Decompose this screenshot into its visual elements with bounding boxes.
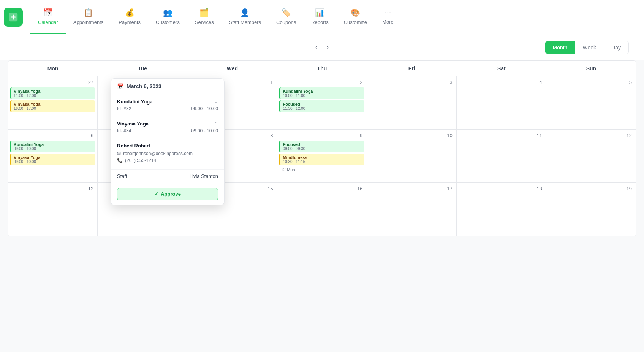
- day-header-tue: Tue: [98, 61, 187, 76]
- cell-date: 6: [10, 132, 95, 139]
- cell-date: 12: [549, 132, 633, 139]
- day-header-sun: Sun: [546, 61, 636, 76]
- nav-label-staff: Staff Members: [229, 19, 261, 25]
- event-name: Vinyasa Yoga: [14, 102, 93, 106]
- event-name: Kundalini Yoga: [283, 89, 362, 94]
- day-header-fri: Fri: [367, 61, 457, 76]
- calendar-cell[interactable]: 16: [277, 183, 367, 236]
- event-time: 11:00 - 12:00: [14, 94, 93, 98]
- nav-label-appointments: Appointments: [73, 19, 104, 25]
- reports-icon: 📊: [315, 8, 324, 17]
- calendar-event[interactable]: Vinyasa Yoga 09:00 - 10:00: [10, 154, 95, 165]
- calendar-cell[interactable]: 13: [8, 183, 98, 236]
- cell-date: 18: [459, 185, 544, 192]
- popup-scroll-area[interactable]: Kundalini Yoga ⌄ Id- #32 09:00 - 10:00 V…: [111, 94, 224, 205]
- nav-item-coupons[interactable]: 🏷️ Coupons: [269, 0, 304, 34]
- calendar-event[interactable]: Vinyasa Yoga 16:00 - 17:00: [10, 100, 95, 112]
- view-btn-week[interactable]: Week: [575, 41, 604, 54]
- day-header-wed: Wed: [187, 61, 277, 76]
- logo-icon: [8, 11, 19, 23]
- event-name: Kundalini Yoga: [14, 142, 93, 147]
- calendar-event[interactable]: Focused 09:00 - 09:30: [279, 141, 364, 152]
- calendar-cell[interactable]: 18: [457, 183, 546, 236]
- cell-date: 10: [369, 132, 454, 139]
- cell-date: 9: [279, 132, 364, 139]
- app-logo[interactable]: [4, 8, 23, 27]
- calendar-cell[interactable]: 19: [546, 183, 636, 236]
- view-switcher: MonthWeekDay: [545, 41, 629, 54]
- nav-item-services[interactable]: 🗂️ Services: [187, 0, 222, 34]
- calendar-cell[interactable]: 10: [367, 130, 457, 183]
- event-name: Vinyasa Yoga: [14, 89, 93, 94]
- calendar-cell[interactable]: 2 Kundalini Yoga 10:00 - 11:00 Focused 1…: [277, 76, 367, 130]
- approve-label: Approve: [161, 191, 181, 197]
- appt-name-1: Kundalini Yoga: [117, 99, 152, 105]
- nav-label-customize: Customize: [344, 19, 367, 25]
- approve-button[interactable]: ✓ Approve: [117, 188, 218, 200]
- nav-item-customize[interactable]: 🎨 Customize: [336, 0, 375, 34]
- calendar-icon: 📅: [117, 83, 123, 89]
- cell-date: 2: [279, 79, 364, 86]
- cell-date: 16: [279, 185, 364, 192]
- cell-date: 13: [10, 185, 95, 192]
- customer-name: Robert Robert: [117, 143, 218, 149]
- calendar-cell[interactable]: 11: [457, 130, 546, 183]
- nav-label-calendar: Calendar: [38, 19, 58, 25]
- nav-label-coupons: Coupons: [276, 19, 296, 25]
- nav-label-services: Services: [195, 19, 214, 25]
- calendar-cell[interactable]: 4: [457, 76, 546, 130]
- event-time: 16:00 - 17:00: [14, 106, 93, 111]
- popup-appointment-1: Kundalini Yoga ⌄ Id- #32 09:00 - 10:00: [111, 94, 224, 116]
- calendar-event[interactable]: Kundalini Yoga 10:00 - 11:00: [279, 87, 364, 99]
- popup-header: 📅 March 6, 2023: [111, 79, 224, 94]
- calendar-icon: 📅: [43, 8, 53, 17]
- calendar-cell[interactable]: 5: [546, 76, 636, 130]
- appointment-popup: 📅 March 6, 2023 Kundalini Yoga ⌄ Id- #32…: [111, 78, 225, 205]
- phone-icon: 📞: [117, 158, 123, 163]
- calendar-cell[interactable]: 27 Vinyasa Yoga 11:00 - 12:00 Vinyasa Yo…: [8, 76, 98, 130]
- calendar-cell[interactable]: 12: [546, 130, 636, 183]
- nav-item-more[interactable]: ··· More: [375, 0, 401, 34]
- nav-item-payments[interactable]: 💰 Payments: [111, 0, 148, 34]
- cell-date: 11: [459, 132, 544, 139]
- nav-item-staff[interactable]: 👤 Staff Members: [222, 0, 269, 34]
- calendar-cell[interactable]: 3: [367, 76, 457, 130]
- calendar-event[interactable]: Kundalini Yoga 09:00 - 10:00: [10, 141, 95, 152]
- chevron-down-icon[interactable]: ⌄: [214, 99, 218, 104]
- event-time: 09:00 - 10:00: [14, 160, 93, 164]
- event-time: 11:30 - 12:00: [283, 106, 362, 111]
- appt-time-1: 09:00 - 10:00: [191, 106, 218, 111]
- event-time: 09:00 - 10:00: [14, 147, 93, 151]
- calendar-event[interactable]: Vinyasa Yoga 11:00 - 12:00: [10, 87, 95, 99]
- email-icon: ✉: [117, 151, 121, 156]
- view-btn-month[interactable]: Month: [545, 41, 575, 54]
- popup-staff-row: Staff Livia Stanton: [111, 170, 224, 183]
- event-name: Mindfulness: [283, 155, 362, 160]
- nav-item-appointments[interactable]: 📋 Appointments: [66, 0, 111, 34]
- event-time: 10:30 - 11:15: [283, 160, 362, 164]
- calendar-cell[interactable]: 17: [367, 183, 457, 236]
- chevron-up-icon[interactable]: ⌃: [214, 121, 218, 126]
- calendar-event[interactable]: Mindfulness 10:30 - 11:15: [279, 154, 364, 165]
- nav-label-payments: Payments: [119, 19, 141, 25]
- cell-date: 17: [369, 185, 454, 192]
- cell-date: 27: [10, 79, 95, 86]
- view-btn-day[interactable]: Day: [604, 41, 628, 54]
- more-events-link[interactable]: +2 More: [279, 166, 364, 173]
- nav-item-reports[interactable]: 📊 Reports: [304, 0, 336, 34]
- customer-email: robertjohnson@bookingpress.com: [123, 151, 193, 156]
- calendar-cell[interactable]: 6 Kundalini Yoga 09:00 - 10:00 Vinyasa Y…: [8, 130, 98, 183]
- next-month-button[interactable]: ›: [322, 42, 334, 53]
- appt-id-2: Id- #34: [117, 128, 131, 133]
- calendar-event[interactable]: Focused 11:30 - 12:00: [279, 100, 364, 112]
- day-header-sat: Sat: [457, 61, 546, 76]
- nav-item-customers[interactable]: 👥 Customers: [148, 0, 187, 34]
- nav-item-calendar[interactable]: 📅 Calendar: [30, 0, 66, 34]
- customer-phone: (201) 555-1214: [125, 158, 156, 163]
- event-name: Focused: [283, 142, 362, 147]
- cell-date: 3: [369, 79, 454, 86]
- prev-month-button[interactable]: ‹: [311, 42, 322, 53]
- popup-appointment-2: Vinyasa Yoga ⌃ Id- #34 09:00 - 10:00: [111, 116, 224, 138]
- calendar-cell[interactable]: 9 Focused 09:00 - 09:30 Mindfulness 10:3…: [277, 130, 367, 183]
- nav-items-container: 📅 Calendar 📋 Appointments 💰 Payments 👥 C…: [30, 0, 640, 34]
